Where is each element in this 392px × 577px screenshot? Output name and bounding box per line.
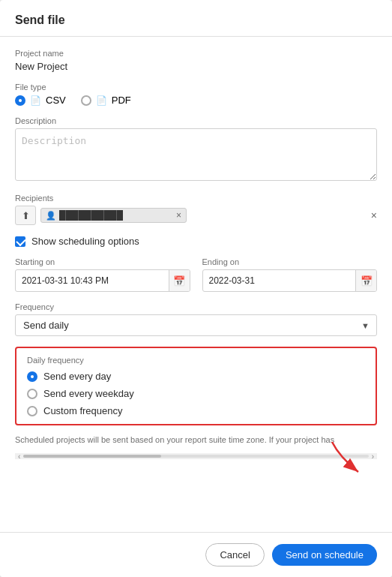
project-name-value: New Project <box>15 61 67 72</box>
send-every-weekday-radio[interactable] <box>27 389 37 399</box>
frequency-select-wrap: Send daily Send weekly Send monthly ▼ <box>15 314 377 336</box>
pdf-radio[interactable] <box>81 95 91 106</box>
frequency-field: Frequency Send daily Send weekly Send mo… <box>15 302 377 336</box>
file-type-label: File type <box>15 83 377 92</box>
custom-frequency-option[interactable]: Custom frequency <box>27 405 365 416</box>
ending-on-input-wrap: 📅 <box>202 269 378 292</box>
dialog-title: Send file <box>15 14 65 27</box>
recipients-field: Recipients ⬆ 👤 × × <box>15 194 377 225</box>
send-every-day-label: Send every day <box>43 371 111 382</box>
show-scheduling-label: Show scheduling options <box>31 236 139 247</box>
scroll-left-arrow[interactable]: ‹ <box>15 452 23 461</box>
cancel-button[interactable]: Cancel <box>205 543 264 566</box>
file-type-options: 📄 CSV 📄 PDF <box>15 95 377 106</box>
recipients-row: ⬆ 👤 × × <box>15 206 377 225</box>
person-icon: 👤 <box>46 211 56 221</box>
csv-radio[interactable] <box>15 95 25 106</box>
daily-frequency-box: Daily frequency Send every day Send ever… <box>15 347 377 425</box>
send-every-day-radio[interactable] <box>27 371 37 382</box>
show-scheduling-checkbox[interactable] <box>15 236 25 247</box>
project-name-field: Project name New Project <box>15 49 377 72</box>
project-name-label: Project name <box>15 49 377 58</box>
recipient-tag: 👤 × <box>40 208 187 223</box>
daily-frequency-label: Daily frequency <box>27 356 365 365</box>
custom-frequency-label: Custom frequency <box>43 405 123 416</box>
frequency-select[interactable]: Send daily Send weekly Send monthly <box>15 314 377 336</box>
ending-on-calendar-button[interactable]: 📅 <box>355 270 376 291</box>
pdf-label: PDF <box>112 95 131 106</box>
description-field: Description <box>15 116 377 183</box>
recipients-upload-button[interactable]: ⬆ <box>15 206 36 225</box>
description-textarea[interactable] <box>15 128 377 181</box>
recipients-clear-button[interactable]: × <box>371 209 377 221</box>
hscroll-thumb <box>23 455 161 458</box>
send-every-weekday-option[interactable]: Send every weekday <box>27 388 365 399</box>
show-scheduling-row: Show scheduling options <box>15 236 377 247</box>
ending-on-label: Ending on <box>202 257 378 266</box>
daily-frequency-options: Send every day Send every weekday Custom… <box>27 371 365 416</box>
custom-frequency-radio[interactable] <box>27 406 37 416</box>
tag-close-button[interactable]: × <box>176 210 181 221</box>
upload-icon: ⬆ <box>22 210 30 221</box>
ending-on-field: Ending on 📅 <box>202 257 378 292</box>
csv-label: CSV <box>46 95 66 106</box>
pdf-option[interactable]: 📄 PDF <box>81 95 131 106</box>
pdf-file-icon: 📄 <box>96 95 107 106</box>
scroll-right-arrow[interactable]: › <box>369 452 377 461</box>
starting-on-calendar-button[interactable]: 📅 <box>169 270 190 291</box>
starting-on-input-wrap: 📅 <box>15 269 190 292</box>
ending-on-input[interactable] <box>203 272 356 290</box>
starting-on-label: Starting on <box>15 257 190 266</box>
starting-on-field: Starting on 📅 <box>15 257 190 292</box>
send-file-dialog: Send file Project name New Project File … <box>0 0 392 577</box>
horizontal-scrollbar[interactable]: ‹ › <box>15 453 377 459</box>
dialog-body: Project name New Project File type 📄 CSV… <box>0 37 392 532</box>
scroll-info-text: Scheduled projects will be sent based on… <box>15 434 377 453</box>
dialog-footer: Cancel Send on schedule <box>0 532 392 577</box>
starting-on-input[interactable] <box>16 272 169 290</box>
file-type-field: File type 📄 CSV 📄 PDF <box>15 83 377 106</box>
send-every-day-option[interactable]: Send every day <box>27 371 365 382</box>
description-label: Description <box>15 116 377 125</box>
dates-row: Starting on 📅 Ending on 📅 <box>15 257 377 292</box>
csv-file-icon: 📄 <box>30 95 41 106</box>
send-on-schedule-button[interactable]: Send on schedule <box>272 544 377 566</box>
hscroll-track <box>23 455 368 458</box>
dialog-header: Send file <box>0 0 392 37</box>
recipient-input[interactable] <box>59 210 172 221</box>
csv-option[interactable]: 📄 CSV <box>15 95 66 106</box>
frequency-label: Frequency <box>15 302 377 311</box>
recipients-label: Recipients <box>15 194 377 203</box>
send-every-weekday-label: Send every weekday <box>43 388 134 399</box>
